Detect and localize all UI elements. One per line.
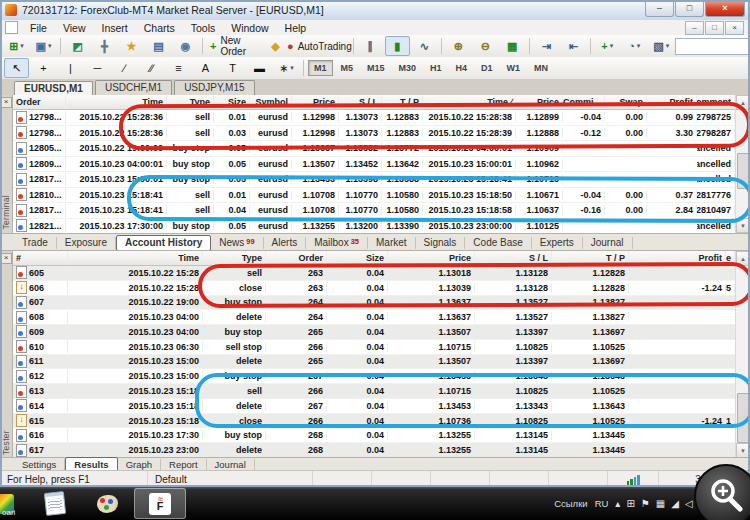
tester-tab-graph[interactable]: Graph xyxy=(118,459,161,470)
tray-expand-icon[interactable]: ▴ xyxy=(615,499,620,509)
cursor-tool[interactable]: ↖ xyxy=(4,58,29,78)
column-header--[interactable]: # xyxy=(13,251,68,265)
table-row[interactable]: 12810...2015.10.23 15:18:41sell0.01eurus… xyxy=(13,188,735,204)
table-row[interactable]: 6172015.10.23 23:00delete2680.041.132551… xyxy=(13,443,735,458)
table-row[interactable]: 6092015.10.23 04:00buy stop2650.041.1350… xyxy=(13,325,735,340)
timeframe-m1[interactable]: M1 xyxy=(308,60,333,76)
tab-news[interactable]: News99 xyxy=(211,237,263,249)
tray-win-icon[interactable]: ⊞ xyxy=(626,499,634,509)
minimize-button[interactable]: – xyxy=(645,0,674,17)
column-header-price[interactable]: Price xyxy=(388,251,475,265)
tab-trade[interactable]: Trade xyxy=(14,237,57,249)
column-header-price[interactable]: Price xyxy=(516,95,563,109)
column-header-comment[interactable]: Comment xyxy=(697,95,735,109)
data-window-icon[interactable]: ╋ xyxy=(92,36,117,56)
tab-mailbox[interactable]: Mailbox35 xyxy=(306,237,368,249)
table-row[interactable]: 12805...2015.10.22 19:00:00buy stop0.05e… xyxy=(13,141,735,157)
search-input[interactable] xyxy=(675,38,750,55)
menu-item-help[interactable]: Help xyxy=(277,22,315,34)
column-header-order[interactable]: Order xyxy=(13,95,66,109)
menu-item-tools[interactable]: Tools xyxy=(183,22,224,34)
tab-signals[interactable]: Signals xyxy=(416,237,466,249)
timeframe-h4[interactable]: H4 xyxy=(450,60,474,76)
table-row[interactable]: 6052015.10.22 15:28sell2630.041.130181.1… xyxy=(13,266,735,281)
taskbar-item-mt4[interactable]: ≈F xyxy=(134,488,186,519)
column-header-swap[interactable]: Swap xyxy=(605,95,647,109)
table-row[interactable]: 12817...2015.10.23 15:18:41sell0.04eurus… xyxy=(13,203,735,219)
table-row[interactable]: 12817...2015.10.23 15:00:01buy stop0.05e… xyxy=(13,172,735,188)
text-tool[interactable]: A xyxy=(193,58,218,78)
scrollbar-thumb[interactable] xyxy=(737,393,749,443)
autotrading-button[interactable]: ●AutoTrading xyxy=(290,36,349,56)
column-header-s-l[interactable]: S / L xyxy=(339,95,382,109)
column-header-time[interactable]: Time xyxy=(66,95,167,109)
new-chart-dropdown[interactable]: ⊞▾ xyxy=(4,36,29,56)
tray-signal-icon[interactable]: ◢ xyxy=(671,499,679,509)
chart-tab-usdchf-m1[interactable]: USDCHF,M1 xyxy=(95,80,172,95)
chart-tab-usdjpy-m15[interactable]: USDJPY,M15 xyxy=(174,80,254,95)
close-panel-icon[interactable]: × xyxy=(1,253,12,264)
scroll-up-icon[interactable]: ▲ xyxy=(736,95,750,110)
history-scrollbar[interactable]: ▲ ▼ xyxy=(735,95,750,233)
column-header-profit[interactable]: Profit xyxy=(647,95,697,109)
timeframe-h1[interactable]: H1 xyxy=(424,60,448,76)
table-row[interactable]: 6072015.10.22 19:00buy stop2640.041.1363… xyxy=(13,296,735,311)
tab-experts[interactable]: Experts xyxy=(532,237,583,249)
column-header-symbol[interactable]: Symbol xyxy=(250,95,292,109)
crosshair-tool[interactable]: + xyxy=(31,58,56,78)
table-row[interactable]: 6162015.10.23 17:30buy stop2680.041.1325… xyxy=(13,428,735,443)
close-panel-icon[interactable]: × xyxy=(1,97,12,108)
label-tool[interactable]: T xyxy=(220,58,245,78)
menu-item-window[interactable]: Window xyxy=(223,22,276,34)
column-header-type[interactable]: Type xyxy=(203,251,266,265)
table-row[interactable]: 6132015.10.23 15:18sell2660.041.107151.1… xyxy=(13,384,735,399)
table-row[interactable]: 6102015.10.23 06:30sell stop2660.041.107… xyxy=(13,340,735,355)
column-header-s-l[interactable]: S / L xyxy=(475,251,552,265)
indicators-dropdown[interactable]: +▾ xyxy=(595,36,620,56)
taskbar-item-paint[interactable] xyxy=(82,489,132,518)
table-row[interactable]: 12798...2015.10.22 15:28:36sell0.01eurus… xyxy=(13,110,735,126)
menu-item-file[interactable]: File xyxy=(22,22,55,34)
terminal-icon[interactable]: ▤ xyxy=(146,36,171,56)
column-header-size[interactable]: Size xyxy=(214,95,250,109)
timeframe-m15[interactable]: M15 xyxy=(361,60,391,76)
mdi-restore-button[interactable]: □ xyxy=(705,21,724,35)
vertical-line-tool[interactable]: | xyxy=(58,58,83,78)
menu-item-view[interactable]: View xyxy=(55,22,94,34)
timeframe-m30[interactable]: M30 xyxy=(393,60,423,76)
maximize-button[interactable]: □ xyxy=(675,0,704,17)
periods-dropdown[interactable]: ◔▾ xyxy=(622,36,647,56)
scroll-up-icon[interactable]: ▲ xyxy=(736,251,750,266)
candles-chart-icon[interactable]: ▮ xyxy=(385,36,410,56)
tray-language-indicator[interactable]: RU xyxy=(595,498,609,509)
timeframe-mn[interactable]: MN xyxy=(528,60,554,76)
taskbar-item-notepad[interactable] xyxy=(30,489,80,518)
new-order-button[interactable]: +New Order xyxy=(207,36,261,56)
table-row[interactable]: 6082015.10.23 04:00delete2640.041.136371… xyxy=(13,310,735,325)
market-watch-icon[interactable]: ◩ xyxy=(65,36,90,56)
trendline-tool[interactable]: ∕ xyxy=(112,58,137,78)
column-header-size[interactable]: Size xyxy=(327,251,388,265)
column-header-time[interactable]: Time xyxy=(68,251,203,265)
timeframe-m5[interactable]: M5 xyxy=(335,60,360,76)
arrows-dropdown[interactable]: ∗▾ xyxy=(274,58,299,78)
column-header-type[interactable]: Type xyxy=(167,95,214,109)
results-scrollbar[interactable]: ▲ ▼ xyxy=(735,251,750,458)
column-header-price[interactable]: Price xyxy=(292,95,339,109)
tray-flag-icon[interactable]: ⚑ xyxy=(641,499,650,509)
column-header-profit[interactable]: Profit xyxy=(629,251,726,265)
navigator-icon[interactable]: ★ xyxy=(119,36,144,56)
column-header-time-[interactable]: Time ∕ xyxy=(423,95,516,109)
tab-alerts[interactable]: Alerts xyxy=(264,237,307,249)
tab-code-base[interactable]: Code Base xyxy=(465,237,531,249)
metaeditor-icon[interactable]: ◆ xyxy=(263,36,288,56)
column-header-commi-[interactable]: Commi... xyxy=(563,95,605,109)
tile-windows-icon[interactable]: ▦ xyxy=(500,36,525,56)
strategy-tester-icon[interactable]: ◉ xyxy=(173,36,198,56)
scrollbar-thumb[interactable] xyxy=(737,153,749,189)
menu-item-insert[interactable]: Insert xyxy=(94,22,136,34)
channel-tool[interactable]: ∕∕ xyxy=(139,58,164,78)
profiles-dropdown[interactable]: ▣▾ xyxy=(31,36,56,56)
tray-volume-icon[interactable]: ◁ xyxy=(685,499,693,509)
zoom-in-icon[interactable]: ⊕ xyxy=(446,36,471,56)
